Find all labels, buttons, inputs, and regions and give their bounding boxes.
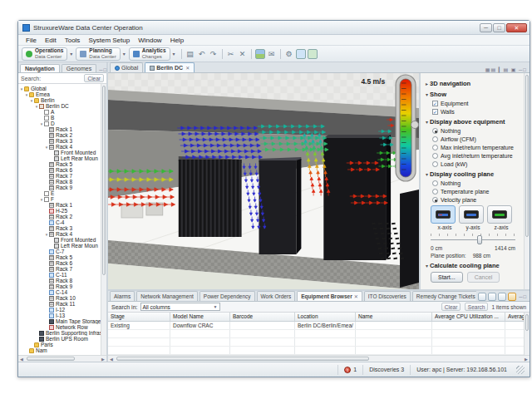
tree-node-rack-7[interactable]: Rack 7 — [18, 173, 101, 179]
menu-tools[interactable]: Tools — [61, 37, 85, 44]
radio-temperature-plane[interactable]: Temperature plane — [432, 189, 520, 195]
checkbox-icon[interactable]: ✓ — [432, 101, 438, 106]
tree-node-emea[interactable]: ▾Emea — [18, 91, 101, 97]
tree-node-berlin[interactable]: ▾Berlin — [18, 97, 101, 103]
discoveries-status[interactable]: Discoveries 3 — [362, 365, 410, 375]
tree-node-front-mounted[interactable]: Front Mounted — [18, 237, 101, 243]
menu-edit[interactable]: Edit — [41, 37, 61, 44]
tree-node-rack-8[interactable]: Rack 8 — [18, 278, 101, 283]
tree-node-c-4[interactable]: C-4 — [18, 219, 101, 225]
tree-node-rack-3[interactable]: Rack 3 — [18, 225, 101, 231]
tree-node-rack-4[interactable]: ▾Rack 4 — [18, 231, 101, 237]
start-button[interactable]: Start... — [431, 272, 463, 283]
tree-node-rack-11[interactable]: Rack 11 — [18, 301, 101, 307]
menu-help[interactable]: Help — [166, 37, 188, 44]
tree-node-left-rear-moun[interactable]: Left Rear Moun — [18, 243, 101, 249]
editor-view-icons[interactable]: ▦▤ ▎▤ ▣ ─□ — [483, 66, 530, 72]
section-display-above[interactable]: ▾Display above equipment — [426, 118, 520, 126]
maximize-button[interactable]: □ — [493, 23, 505, 32]
bottom-tab-network-management[interactable]: Network Management — [136, 291, 198, 301]
perspective-planning[interactable]: PlanningData Center — [76, 47, 120, 61]
radio-icon[interactable] — [432, 180, 438, 186]
tree-node-c-11[interactable]: C-11 — [18, 272, 101, 278]
export-icon[interactable] — [308, 49, 318, 59]
gauge-handle[interactable] — [411, 121, 419, 129]
tree-node-d[interactable]: ▾D — [18, 121, 101, 126]
tree-node-berlin-dc[interactable]: ▾Berlin DC — [18, 103, 101, 109]
x-axis-button[interactable] — [431, 205, 456, 224]
table-horizontal-scrollbar[interactable]: ◀▶ — [108, 355, 530, 362]
tree-node-b[interactable]: B — [18, 115, 101, 121]
tab-navigation[interactable]: Navigation — [20, 64, 60, 72]
tree-node-berlin-supporting-infrastru[interactable]: Berlin Supporting Infrastru — [18, 330, 101, 336]
filter-clear-button[interactable]: Clear — [441, 303, 461, 311]
radio-avg-inlet-return-temperature[interactable]: Avg inlet/return temperature — [432, 153, 520, 159]
tree-node-main-tape-storage[interactable]: Main Tape Storage — [18, 318, 101, 324]
delete-icon[interactable]: ✕ — [238, 49, 248, 59]
tree-node-rack-9[interactable]: Rack 9 — [18, 283, 101, 289]
tree-node-rack-9[interactable]: Rack 9 — [18, 185, 101, 190]
column-header-average-pow-[interactable]: Average Pow... — [505, 313, 524, 321]
table-vertical-scrollbar[interactable] — [524, 313, 530, 355]
3d-room-viewport[interactable]: 4.5 m/s — [108, 73, 421, 289]
tree-node-rack-2[interactable]: Rack 2 — [18, 214, 101, 219]
column-header-average-cpu-utilization-[interactable]: Average CPU Utilization ... — [432, 313, 505, 321]
tree-node-a[interactable]: A — [18, 109, 101, 115]
tree-node-rack-5[interactable]: Rack 5 — [18, 254, 101, 260]
checkbox-equipment[interactable]: ✓Equipment — [432, 101, 520, 106]
bottom-tab-equipment-browser[interactable]: Equipment Browser✕ — [297, 291, 362, 301]
y-axis-button[interactable] — [459, 205, 484, 224]
tree-node-c-7[interactable]: C-7 — [18, 249, 101, 254]
column-header-model-name[interactable]: Model Name — [170, 313, 230, 321]
tree-node-c-14[interactable]: C-14 — [18, 289, 101, 295]
column-header-barcode[interactable]: Barcode — [230, 313, 295, 321]
radio-icon[interactable] — [432, 161, 438, 167]
close-button[interactable]: ✕ — [506, 23, 527, 32]
tree-node-rack-4[interactable]: ▾Rack 4 — [18, 144, 101, 150]
undo-icon[interactable]: ↶ — [197, 49, 207, 59]
search-input[interactable]: Search: — [21, 76, 84, 81]
tree-node-berlin-ups-room[interactable]: Berlin UPS Room — [18, 336, 101, 342]
plane-position-slider[interactable] — [431, 234, 515, 244]
tree-horizontal-scrollbar[interactable]: ◀▶ — [18, 355, 106, 362]
section-calculate[interactable]: ▾Calculate cooling plane — [426, 262, 520, 269]
tree-node-nam[interactable]: Nam — [18, 347, 101, 353]
analytics-dropdown-icon[interactable]: ▾ — [173, 51, 175, 57]
section-show[interactable]: ▾Show — [426, 91, 520, 98]
column-header-location[interactable]: Location — [295, 313, 356, 321]
tree-node-i-13[interactable]: I-13 — [18, 313, 101, 318]
close-tab-icon[interactable]: ✕ — [354, 293, 358, 299]
search-clear-button[interactable]: Clear — [84, 74, 104, 82]
tab-genomes[interactable]: Genomes — [62, 64, 96, 72]
tree-node-global[interactable]: ▾Global — [18, 86, 101, 91]
tree-node-rack-1[interactable]: Rack 1 — [18, 202, 101, 208]
tree-node-h-25[interactable]: H-25 — [18, 208, 101, 214]
radio-airflow-cfm-[interactable]: Airflow (CFM) — [432, 136, 520, 142]
tree-node-front-mounted[interactable]: Front Mounted — [18, 150, 101, 155]
filter-search-button[interactable]: Search — [465, 303, 489, 311]
mail-icon[interactable]: ✉ — [267, 49, 277, 59]
bottom-tab-work-orders[interactable]: Work Orders — [257, 291, 296, 301]
radio-icon[interactable] — [432, 136, 438, 142]
tree-node-rack-1[interactable]: Rack 1 — [18, 126, 101, 132]
menu-system-setup[interactable]: System Setup — [84, 37, 134, 44]
tree-node-e[interactable]: E — [18, 190, 101, 196]
table-row[interactable]: ExistingDownflow CRACBerlin DC/Berlin/Em… — [108, 322, 524, 330]
tree-node-network-row[interactable]: Network Row — [18, 324, 101, 330]
tree-node-i-12[interactable]: I-12 — [18, 307, 101, 313]
perspective-analytics[interactable]: AnalyticsChanges — [129, 47, 170, 61]
redo-icon[interactable]: ↷ — [209, 49, 219, 59]
options-vertical-scrollbar[interactable] — [524, 73, 530, 289]
save-icon[interactable]: ▤ — [185, 49, 195, 59]
bottom-tab-alarms[interactable]: Alarms — [110, 291, 135, 301]
radio-load-kw-[interactable]: Load (kW) — [432, 161, 520, 167]
radio-icon[interactable] — [432, 197, 438, 203]
bottom-tab-ito-discoveries[interactable]: ITO Discoveries — [364, 291, 411, 301]
radio-max-inlet-return-temperature[interactable]: Max inlet/return temperature — [432, 145, 520, 150]
z-axis-button[interactable] — [487, 205, 512, 224]
planning-dropdown-icon[interactable]: ▾ — [123, 51, 126, 57]
tree-node-rack-3[interactable]: Rack 3 — [18, 138, 101, 144]
editor-tab-global[interactable]: Global — [110, 62, 143, 72]
tree-vertical-scrollbar[interactable] — [101, 84, 106, 355]
tree-node-paris[interactable]: Paris — [18, 342, 101, 347]
